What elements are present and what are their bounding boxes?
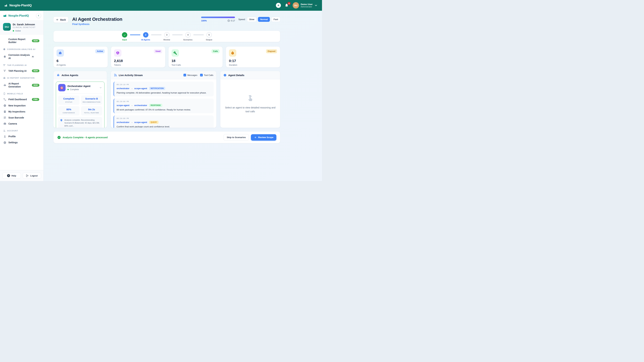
qr-code-icon [3,116,6,119]
section-mobile-field: MOBILE FIELD [3,92,41,95]
sidebar: Nexgile-PlantIQ DSJ Dr. Sarah Johnson CL… [0,11,44,181]
user-menu[interactable]: DU Demo User Administrator [293,2,318,8]
step-connector [193,34,204,35]
entry-to-agent[interactable]: orchestrator [134,104,147,107]
page-title: AI Agent Orchestration [72,16,201,22]
stat-tokens: Used 2,618 Tokens [111,46,165,67]
panel-title: Agent Details [228,74,277,77]
agent-note: Analysis complete. Recommending Scenario… [58,117,102,128]
sidebar-item-ai-report-generation[interactable]: AI Report Generation NEW [3,81,41,90]
speed-label: Speed: [238,18,246,21]
phone-icon [3,98,6,101]
sidebar-item-my-inspections[interactable]: My Inspections [3,109,41,115]
factory-icon [4,4,8,7]
review-scope-button[interactable]: Review Scope [251,134,276,141]
section-tar-planning: TAR PLANNING AI [3,64,41,66]
sidebar-brand: Nexgile-PlantIQ [3,14,29,17]
reasoning-head-icon [60,119,63,122]
plus-circle-icon [3,104,6,107]
rss-icon [114,73,117,77]
network-icon [3,69,6,72]
sidebar-item-new-inspection[interactable]: New Inspection [3,103,41,109]
topbar: Nexgile-PlantIQ + 4 DU Demo User Adminis… [0,0,322,11]
stat-label: Tool Calls [172,64,220,66]
logout-icon [26,174,29,177]
filter-messages[interactable]: Messages [184,74,197,76]
speed-slow-button[interactable]: Slow [247,17,256,22]
entry-timestamp: 05:29:09 PM [116,100,211,103]
sidebar-item-scan-barcode[interactable]: Scan Barcode [3,115,41,121]
entry-timestamp: 05:29:09 PM [116,117,211,119]
status-badge: Calls [212,49,220,53]
sidebar-item-corrosion-analysis[interactable]: Corrosion Analysis AI AI [3,52,41,61]
stat-value: 18 [172,59,220,63]
network-icon [3,64,6,66]
entry-message: 89 work packages confirmed. 87.5% AI con… [116,108,211,111]
sidebar-item-tar-planning[interactable]: TAR Planning AI NEW [3,68,41,74]
stream-filters: Messages Tool Calls [184,74,213,76]
step-ai-agents[interactable]: 2 AI Agents [140,32,151,41]
status-badge: Used [154,49,162,53]
new-badge: NEW [32,39,40,42]
entry-to-agent[interactable]: scope-agent [134,121,147,123]
sidebar-item-settings[interactable]: Settings [3,139,41,145]
entry-from-agent[interactable]: orchestrator [116,87,130,90]
sidebar-profile-card[interactable]: DSJ Dr. Sarah Johnson CLINICAL GENETICIS… [0,21,44,34]
back-button[interactable]: Back [53,16,68,23]
user-name: Demo User [301,3,312,6]
robot-icon [58,51,62,55]
sidebar-header: Nexgile-PlantIQ [0,11,44,21]
sidebar-collapse-button[interactable] [36,13,41,18]
agent-card-orchestrator[interactable]: Orchestrator Agent Complete C [56,82,104,128]
profile-status: Active [13,30,36,32]
step-review[interactable]: 3 Review [162,32,172,41]
entry-from-agent[interactable]: scope-agent [116,104,130,107]
step-output[interactable]: 5 Output [204,32,214,41]
agent-details-empty-state: Select an agent to view detailed reasoni… [220,79,280,128]
brain-icon [3,48,6,51]
add-button[interactable]: + [276,3,281,8]
profile-name: Dr. Sarah Johnson [13,23,36,26]
sidebar-footer: ? Help Logout [0,170,44,181]
profile-avatar: DSJ [3,23,11,31]
entry-message: Planning complete. All deliverables gene… [116,91,211,94]
stat-value: 6 [56,59,105,63]
stat-label: Duration [229,64,277,66]
sidebar-item-camera[interactable]: Camera [3,121,41,127]
stats-row: Active 6 AI Agents Used 2,618 Tokens Cal… [53,46,280,67]
entry-from-agent[interactable]: orchestrator [116,121,130,123]
stat-ai-agents: Active 6 AI Agents [53,46,108,67]
clipboard-icon [3,110,6,113]
agent-avatar-target-icon [58,84,66,91]
help-button[interactable]: ? Help [2,173,21,179]
panel-title: Active Agents [62,74,104,77]
chevron-down-icon[interactable] [99,86,102,89]
topbar-actions: + 4 DU Demo User Administrator [276,2,318,8]
touch-pointer-icon [246,94,254,102]
stopwatch-icon [230,51,234,55]
filter-tool-calls[interactable]: Tool Calls [200,74,213,76]
activity-stream-list[interactable]: 05:29:10 PM orchestrator → scope-agent N… [111,79,216,128]
skip-to-scenarios-button[interactable]: Skip to Scenarios [224,134,249,141]
stat-label: AI Agents [56,64,105,66]
step-scenarios[interactable]: 4 Scenarios [183,32,193,41]
logout-button[interactable]: Logout [23,173,41,179]
metric-status: Complete STATUS [58,95,80,105]
user-role: Administrator [301,6,312,8]
entry-to-agent[interactable]: scope-agent [134,87,147,90]
sidebar-item-custom-report-builder[interactable]: Custom Report Builder NEW [3,36,41,45]
help-icon: ? [7,174,10,177]
topbar-brand: Nexgile-PlantIQ [4,4,32,7]
step-input[interactable]: Input [119,32,130,41]
sidebar-item-field-dashboard[interactable]: Field Dashboard PWA [3,96,41,102]
notifications-button[interactable]: 4 [284,3,289,7]
speed-normal-button[interactable]: Normal [258,17,270,22]
new-badge: NEW [32,84,40,87]
activity-entry: 05:29:09 PM scope-agent → orchestrator R… [114,98,214,113]
step-connector [130,34,140,35]
sidebar-item-profile[interactable]: Profile [3,133,41,139]
app-window: Nexgile-PlantIQ + 4 DU Demo User Adminis… [0,0,322,181]
stat-label: Tokens [114,64,162,66]
speed-fast-button[interactable]: Fast [271,17,280,22]
pwa-badge: PWA [32,98,39,101]
